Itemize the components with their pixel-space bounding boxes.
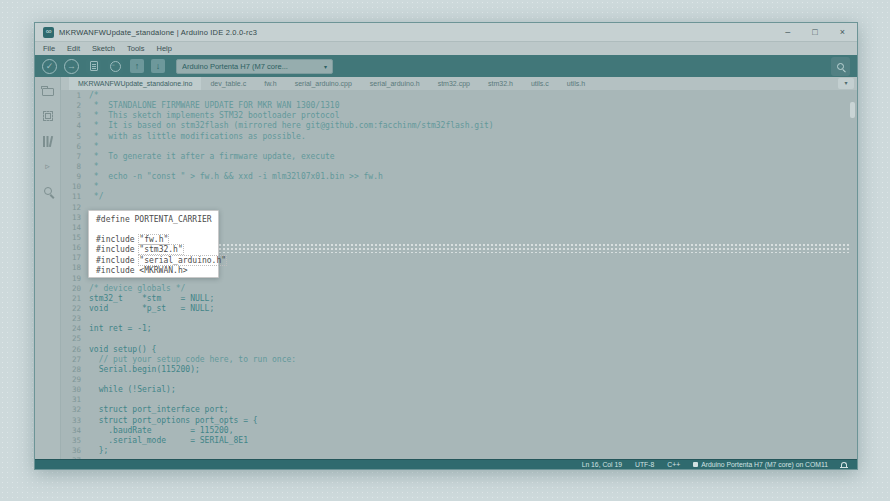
debug-icon: ▹ [45,161,50,171]
code-line: 7 * To generate it after a firmware upda… [61,152,857,162]
upload-icon: → [67,61,76,71]
editor-tab[interactable]: dev_table.c [201,77,255,90]
line-number: 26 [61,345,89,355]
sidebar-item-boards-manager[interactable] [41,109,55,123]
line-text: * STANDALONE FIRMWARE UPDATE FOR MKR WAN… [89,101,339,111]
editor-tab[interactable]: stm32.h [479,77,522,90]
line-number: 15 [61,233,89,243]
code-line: 11 */ [61,192,857,202]
board-icon [693,462,698,467]
arrow-up-button[interactable]: ↑ [130,59,144,73]
line-number: 18 [61,263,89,273]
board-selector-label: Arduino Portenta H7 (M7 core... [182,62,320,71]
editor-tab[interactable]: serial_arduino.h [361,77,429,90]
code-line: 3 * This sketch implements STM32 bootloa… [61,111,857,121]
editor-scrollbar[interactable] [850,92,855,457]
line-text: int ret = -1; [89,324,152,334]
line-text: }; [89,446,108,456]
document-button[interactable] [86,59,101,74]
line-number: 2 [61,101,89,111]
line-text: void *p_st = NULL; [89,304,214,314]
line-number: 19 [61,274,89,284]
code-line: 1 /* [61,91,857,101]
tab-overflow-button[interactable]: ▾ [838,78,854,89]
line-text: .serial_mode = SERIAL_8E1 [89,436,248,446]
verify-button[interactable]: ✓ [42,59,57,74]
line-text: */ [89,192,103,202]
code-line: 20 /* device globals */ [61,284,857,294]
sidebar-item-debug[interactable]: ▹ [41,159,55,173]
close-button[interactable]: × [840,27,845,37]
title-bar: ∞ MKRWANFWUpdate_standalone | Arduino ID… [35,23,857,42]
line-number: 25 [61,334,89,344]
highlighted-code-line: #include "serial_arduino.h" [96,256,218,266]
arrow-up-icon: ↑ [135,61,140,71]
window-controls: – □ × [785,27,849,37]
code-line: 22 void *p_st = NULL; [61,304,857,314]
notifications-bell-icon[interactable] [841,462,847,467]
line-number: 27 [61,355,89,365]
menu-item-help[interactable]: Help [156,44,171,53]
arduino-ide-window: ∞ MKRWANFWUpdate_standalone | Arduino ID… [34,22,858,470]
highlighted-code-line: #define PORTENTA_CARRIER [96,215,218,225]
minimize-button[interactable]: – [785,27,790,37]
line-number: 10 [61,182,89,192]
upload-button[interactable]: → [64,59,79,74]
chevron-down-icon: ▾ [324,63,327,70]
menu-item-sketch[interactable]: Sketch [92,44,115,53]
editor-tab[interactable]: stm32.cpp [429,77,479,90]
code-line: 9 * echo -n "const " > fw.h && xxd -i ml… [61,172,857,182]
editor-tab[interactable]: fw.h [255,77,285,90]
sidebar-item-search[interactable] [41,184,55,198]
menu-item-file[interactable]: File [43,44,55,53]
arrow-down-icon: ↓ [156,61,161,71]
tab-bar: MKRWANFWUpdate_standalone.ino dev_table.… [61,77,857,90]
status-bar: Ln 16, Col 19 UTF-8 C++ Arduino Portenta… [35,459,857,469]
line-number: 9 [61,172,89,182]
line-number: 8 [61,162,89,172]
file-encoding: UTF-8 [635,460,654,470]
editor-tab[interactable]: utils.h [558,77,594,90]
editor-tab[interactable]: utils.c [522,77,558,90]
cursor-position: Ln 16, Col 19 [582,460,622,470]
scrollbar-thumb[interactable] [850,102,855,118]
serial-monitor-button[interactable] [831,57,850,76]
line-number: 20 [61,284,89,294]
line-number: 22 [61,304,89,314]
editor-tab[interactable]: MKRWANFWUpdate_standalone.ino [69,77,201,90]
circle-logo-button[interactable] [108,59,123,74]
line-text: * [89,142,99,152]
window-title: MKRWANFWUpdate_standalone | Arduino IDE … [59,28,257,37]
line-number: 12 [61,203,89,213]
code-line: 4 * It is based on stm32flash (mirrored … [61,121,857,131]
maximize-button[interactable]: □ [812,27,817,37]
sidebar-item-sketchbook[interactable] [41,84,55,98]
line-number: 5 [61,132,89,142]
sidebar-item-library-manager[interactable] [41,134,55,148]
line-number: 36 [61,446,89,456]
code-line: 26 void setup() { [61,345,857,355]
line-text: * [89,182,99,192]
line-number: 23 [61,314,89,324]
menu-item-edit[interactable]: Edit [67,44,80,53]
highlighted-code-line: #include <MKRWAN.h> [96,266,218,276]
line-text: .baudRate = 115200, [89,426,234,436]
code-line: 28 Serial.begin(115200); [61,365,857,375]
code-editor[interactable]: 1 /* 2 * STANDALONE FIRMWARE UPDATE FOR … [61,90,857,459]
editor-tab[interactable]: serial_arduino.cpp [286,77,361,90]
line-number: 24 [61,324,89,334]
line-number: 7 [61,152,89,162]
board-selector-dropdown[interactable]: Arduino Portenta H7 (M7 core... ▾ [176,59,333,74]
line-text: * It is based on stm32flash (mirrored he… [89,121,494,131]
arrow-down-button[interactable]: ↓ [151,59,165,73]
main-area: ▹ MKRWANFWUpdate_standalone.ino dev_tabl… [35,77,857,459]
menu-item-tools[interactable]: Tools [127,44,145,53]
code-line: 32 struct port_interface port; [61,405,857,415]
board-status: Arduino Portenta H7 (M7 core) on COM11 [693,460,828,470]
circle-logo-icon [110,61,121,72]
line-number: 31 [61,395,89,405]
highlighted-code-line: #include "stm32.h" [96,245,218,255]
line-text: while (!Serial); [89,385,176,395]
line-number: 21 [61,294,89,304]
code-line: 35 .serial_mode = SERIAL_8E1 [61,436,857,446]
